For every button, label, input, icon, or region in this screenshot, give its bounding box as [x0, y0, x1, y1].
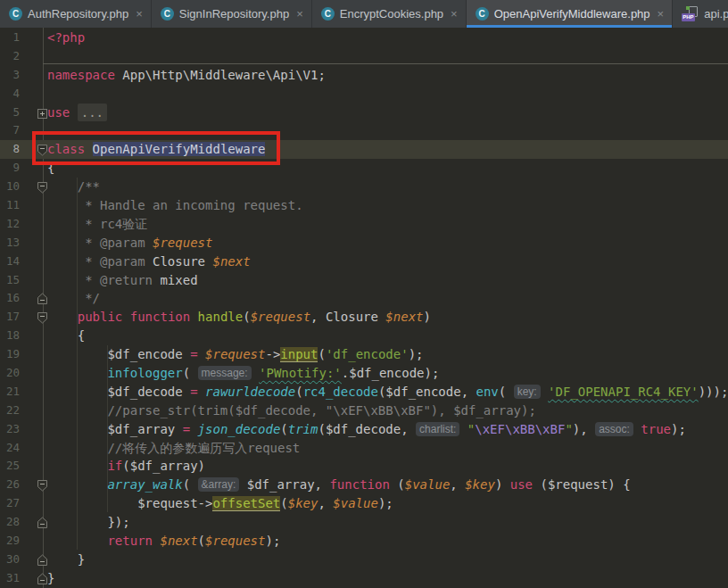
code-token: $next: [212, 254, 250, 269]
fold-icon[interactable]: [37, 180, 47, 193]
code-line[interactable]: 28 });: [0, 513, 728, 532]
line-number: 12: [0, 215, 20, 234]
code-token: );: [409, 347, 424, 361]
tab-signinrepository-php[interactable]: CSignInRepository.php×: [152, 0, 312, 28]
fold-icon[interactable]: [37, 478, 47, 491]
code-token: (: [183, 477, 198, 492]
code-line[interactable]: 27 $request->offsetSet($key, $value);: [0, 494, 728, 513]
code-line[interactable]: 10 /**: [0, 178, 728, 196]
parameter-hint: &array:: [198, 477, 240, 492]
code-line[interactable]: 31}: [0, 569, 728, 588]
code-token: [47, 477, 107, 492]
tab-authrepository-php[interactable]: CAuthRepository.php×: [0, 0, 152, 28]
tab-api-php[interactable]: PHPapi.php×: [673, 0, 728, 28]
code-token: {: [47, 328, 85, 343]
code-line[interactable]: 30 }: [0, 551, 728, 569]
fold-icon[interactable]: [37, 572, 47, 584]
fold-column: [20, 104, 37, 122]
close-icon[interactable]: ×: [658, 7, 665, 21]
code-token: <?php: [47, 30, 85, 45]
fold-column: [20, 420, 37, 439]
code-line[interactable]: 12 * rc4验证: [0, 215, 728, 234]
code-token: true: [641, 422, 671, 436]
code-token: $request: [205, 534, 265, 548]
code-text: $request->offsetSet($key, $value);: [37, 494, 728, 513]
code-token: );: [265, 534, 280, 548]
code-text: {: [37, 327, 728, 345]
code-line[interactable]: 4: [0, 85, 728, 104]
code-token: [47, 459, 107, 473]
code-line[interactable]: 25 if($df_array): [0, 457, 728, 476]
code-token: 'df_encode': [326, 347, 409, 361]
fold-column: [20, 289, 37, 308]
code-line[interactable]: 14 * @param Closure $next: [0, 253, 728, 271]
code-line[interactable]: 21 $df_decode = rawurldecode(rc4_decode(…: [0, 383, 728, 402]
line-number: 23: [0, 420, 20, 439]
code-token: (: [499, 385, 514, 399]
fold-column: [20, 29, 37, 47]
close-icon[interactable]: ×: [136, 7, 143, 21]
code-line[interactable]: 16 */: [0, 289, 728, 308]
code-token: ),: [573, 422, 595, 436]
code-line[interactable]: 1<?php: [0, 29, 728, 47]
tab-encryptcookies-php[interactable]: CEncryptCookies.php×: [312, 0, 467, 28]
fold-column: [20, 253, 37, 271]
code-token: ": [467, 422, 475, 436]
red-annotation-box: [32, 131, 280, 165]
code-token: [190, 422, 197, 436]
code-line[interactable]: 17 public function handle($request, Clos…: [0, 308, 728, 327]
code-line[interactable]: 22 //parse_str(trim($df_decode, "\xEF\xB…: [0, 402, 728, 420]
code-line[interactable]: 19 $df_encode = $request->input('df_enco…: [0, 345, 728, 364]
close-icon[interactable]: ×: [296, 7, 303, 21]
code-token: =: [190, 347, 197, 361]
code-line[interactable]: 3namespace App\Http\Middleware\Api\V1;: [0, 66, 728, 85]
line-number: 20: [0, 364, 20, 383]
line-number: 13: [0, 234, 20, 253]
fold-column: [20, 85, 37, 104]
line-number: 21: [0, 383, 20, 402]
fold-icon[interactable]: [37, 292, 47, 304]
line-number: 30: [0, 551, 20, 569]
code-line[interactable]: 5use ...: [0, 104, 728, 122]
code-token: =: [190, 385, 197, 399]
line-number: 15: [0, 271, 20, 290]
code-editor[interactable]: 1<?php23namespace App\Http\Middleware\Ap…: [0, 28, 728, 588]
class-icon: C: [161, 7, 174, 21]
fold-column: [20, 569, 37, 588]
line-number: 8: [0, 140, 20, 159]
code-line[interactable]: 13 * @param $request: [0, 234, 728, 253]
code-line[interactable]: 26 array_walk( &array: $df_array, functi…: [0, 476, 728, 494]
code-token: [198, 385, 205, 399]
fold-column: [20, 178, 37, 196]
code-token: $request->: [47, 496, 212, 510]
code-text: }: [37, 569, 728, 588]
fold-icon[interactable]: [37, 553, 47, 566]
close-icon[interactable]: ×: [451, 7, 458, 21]
highlighted-identifier: input: [280, 347, 318, 362]
code-line[interactable]: 15 * @return mixed: [0, 271, 728, 290]
code-text: });: [37, 513, 728, 532]
code-line[interactable]: 24 //将传入的参数遍历写入request: [0, 439, 728, 458]
code-token: App\Http\Middleware\Api\V1;: [115, 68, 326, 82]
fold-column: [20, 457, 37, 476]
code-text: [37, 47, 728, 66]
fold-icon[interactable]: [37, 106, 47, 119]
code-token: [47, 366, 107, 380]
code-token: [190, 310, 197, 324]
code-text: * @param Closure $next: [37, 253, 728, 271]
code-line[interactable]: 23 $df_array = json_decode(trim($df_deco…: [0, 420, 728, 439]
folded-region[interactable]: ...: [78, 104, 107, 122]
code-text: public function handle($request, Closure…: [37, 308, 728, 327]
code-line[interactable]: 18 {: [0, 327, 728, 345]
code-token: /**: [47, 179, 100, 194]
code-line[interactable]: 11 * Handle an incoming request.: [0, 196, 728, 215]
code-line[interactable]: 20 infologger( message: 'PWnotify:'.$df_…: [0, 364, 728, 383]
fold-column: [20, 327, 37, 345]
code-token: //parse_str(trim($df_decode, "\xEF\xBB\x…: [47, 403, 536, 418]
code-line[interactable]: 2: [0, 47, 728, 66]
fold-icon[interactable]: [37, 311, 47, 323]
tab-openapiverifymiddleware-php[interactable]: COpenApiVerifyMiddleware.php×: [467, 0, 673, 28]
line-number: 24: [0, 439, 20, 458]
fold-icon[interactable]: [37, 516, 47, 528]
code-line[interactable]: 29 return $next($request);: [0, 532, 728, 551]
